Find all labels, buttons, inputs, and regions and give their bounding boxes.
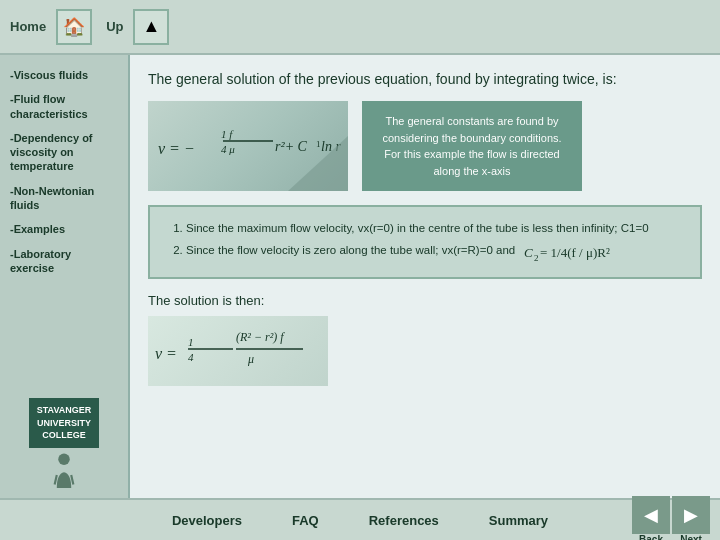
sidebar-item-laboratory[interactable]: -Laboratory exercise	[6, 244, 122, 279]
content-area: The general solution of the previous equ…	[130, 55, 720, 498]
formula-image: v = − 1 f 4 μ r²+ C 1 ln r + C	[148, 101, 348, 191]
svg-text:v = −: v = −	[158, 140, 195, 157]
sidebar-item-dependency[interactable]: -Dependency of viscosity on temperature	[6, 128, 122, 177]
developers-link[interactable]: Developers	[172, 513, 242, 528]
svg-text:1: 1	[188, 336, 194, 348]
references-link[interactable]: References	[369, 513, 439, 528]
up-button[interactable]: ▲	[133, 9, 169, 45]
back-button[interactable]: ◀	[632, 496, 670, 534]
home-label: Home	[10, 19, 46, 34]
main-title: The general solution of the previous equ…	[148, 71, 702, 87]
up-label: Up	[106, 19, 123, 34]
steps-box: Since the maximum flow velocity, vx(r=0)…	[148, 205, 702, 279]
svg-text:1  f: 1 f	[221, 128, 234, 140]
home-button[interactable]: 🏠	[56, 9, 92, 45]
tooltip-text: The general constants are found by consi…	[382, 115, 561, 177]
svg-text:4: 4	[188, 351, 194, 363]
solution-formula-svg: v = 1 4 (R² − r²) f μ	[153, 321, 323, 381]
solution-title: The solution is then:	[148, 293, 702, 308]
svg-text:v =: v =	[155, 345, 177, 362]
summary-link[interactable]: Summary	[489, 513, 548, 528]
sidebar-item-viscous-fluids[interactable]: -Viscous fluids	[6, 65, 122, 85]
content-row: v = − 1 f 4 μ r²+ C 1 ln r + C The gener…	[148, 101, 702, 191]
solution-formula-box: v = 1 4 (R² − r²) f μ	[148, 316, 328, 386]
faq-link[interactable]: FAQ	[292, 513, 319, 528]
back-label: Back	[639, 534, 663, 541]
nav-arrows: ◀ Back ▶ Next	[632, 496, 710, 541]
sidebar-item-fluid-flow[interactable]: -Fluid flow characteristics	[6, 89, 122, 124]
bottom-bar: Developers FAQ References Summary ◀ Back…	[0, 498, 720, 540]
person-icon	[49, 452, 79, 488]
step2-formula-svg: C 2 = 1/4(f / μ)R²	[522, 237, 652, 265]
solution-section: The solution is then: v = 1 4 (R² − r²) …	[148, 293, 702, 386]
svg-text:2: 2	[534, 253, 539, 263]
svg-text:4  μ: 4 μ	[221, 143, 235, 155]
svg-text:(R² − r²) f: (R² − r²) f	[236, 330, 285, 344]
svg-text:= 1/4(f / μ)R²: = 1/4(f / μ)R²	[540, 245, 610, 260]
tooltip-box: The general constants are found by consi…	[362, 101, 582, 191]
formula-triangle	[288, 136, 348, 191]
university-logo: STAVANGER UNIVERSITY COLLEGE	[29, 398, 100, 448]
next-button[interactable]: ▶	[672, 496, 710, 534]
sidebar-item-examples[interactable]: -Examples	[6, 219, 122, 239]
step-2: Since the flow velocity is zero along th…	[186, 237, 684, 265]
sidebar-item-non-newtonian[interactable]: -Non-Newtonian fluids	[6, 181, 122, 216]
main-layout: -Viscous fluids -Fluid flow characterist…	[0, 55, 720, 498]
svg-point-0	[58, 453, 70, 465]
step-1: Since the maximum flow velocity, vx(r=0)…	[186, 219, 684, 237]
svg-text:μ: μ	[247, 352, 254, 366]
top-bar: Home 🏠 Up ▲	[0, 0, 720, 55]
up-icons: ▲	[133, 9, 169, 45]
next-label: Next	[680, 534, 702, 541]
svg-text:C: C	[524, 245, 533, 260]
nav-icons: 🏠	[56, 9, 92, 45]
sidebar-logo: STAVANGER UNIVERSITY COLLEGE	[6, 388, 122, 488]
sidebar: -Viscous fluids -Fluid flow characterist…	[0, 55, 130, 498]
